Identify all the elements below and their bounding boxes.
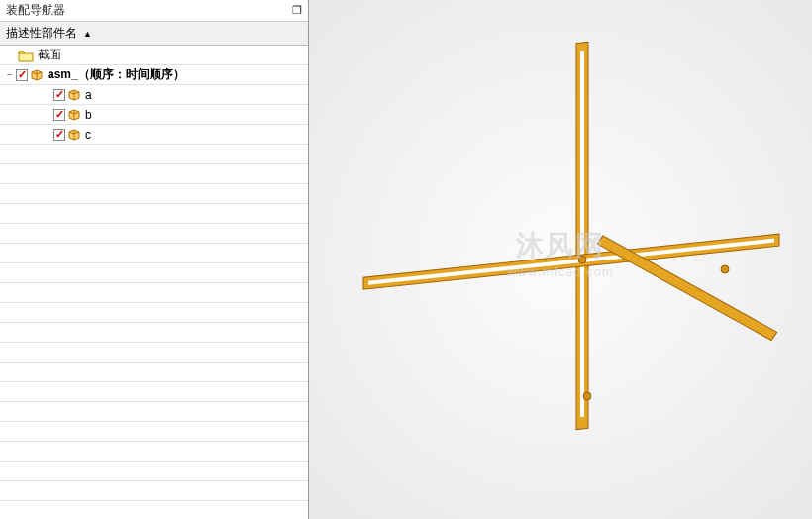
column-header-label: 描述性部件名 [6, 25, 77, 42]
svg-rect-3 [368, 239, 774, 285]
checkbox-part[interactable]: ✓ [53, 129, 65, 141]
svg-point-7 [583, 392, 591, 400]
empty-row [0, 184, 308, 204]
checkbox-part[interactable]: ✓ [53, 109, 65, 121]
svg-point-6 [721, 265, 729, 273]
model-viewport[interactable]: 沐风网 www.mfcad.com [309, 0, 812, 519]
component-icon [67, 128, 81, 142]
empty-row [0, 402, 308, 422]
tree-row-part[interactable]: ✓ b [0, 105, 308, 125]
svg-point-5 [578, 256, 586, 263]
empty-row [0, 145, 308, 164]
model-render [309, 0, 812, 519]
tree-row-assembly[interactable]: − ✓ asm_（顺序：时间顺序） [0, 65, 308, 85]
empty-row [0, 244, 308, 263]
empty-row [0, 481, 308, 501]
component-icon [67, 108, 81, 122]
empty-row [0, 204, 308, 224]
tree-row-part[interactable]: ✓ c [0, 125, 308, 145]
sort-arrow-up-icon: ▲ [83, 29, 92, 39]
checkbox-part[interactable]: ✓ [53, 89, 65, 101]
part-label: c [85, 128, 91, 142]
empty-row [0, 343, 308, 363]
assembly-icon [30, 68, 44, 82]
empty-row [0, 422, 308, 442]
empty-row [0, 263, 308, 283]
empty-row [0, 382, 308, 402]
window-icon[interactable]: ❐ [292, 4, 302, 17]
panel-title: 装配导航器 [6, 2, 65, 19]
svg-rect-1 [580, 51, 584, 417]
expander-minus-icon[interactable]: − [4, 69, 16, 81]
section-label: 截面 [38, 47, 61, 63]
empty-row [0, 164, 308, 184]
column-header[interactable]: 描述性部件名 ▲ [0, 21, 308, 46]
assembly-label: asm_（顺序：时间顺序） [48, 66, 185, 83]
empty-row [0, 224, 308, 244]
assembly-tree: 截面 − ✓ asm_（顺序：时间顺序） ✓ a ✓ b [0, 46, 308, 519]
empty-row [0, 323, 308, 343]
checkbox-assembly[interactable]: ✓ [16, 69, 28, 81]
tree-row-part[interactable]: ✓ a [0, 85, 308, 105]
empty-row [0, 442, 308, 462]
component-icon [67, 88, 81, 102]
panel-title-bar: 装配导航器 ❐ [0, 0, 308, 21]
part-label: b [85, 108, 92, 122]
empty-row [0, 363, 308, 382]
empty-row [0, 462, 308, 481]
empty-row [0, 303, 308, 323]
empty-row [0, 501, 308, 519]
tree-row-section[interactable]: 截面 [0, 46, 308, 65]
empty-row [0, 283, 308, 303]
assembly-navigator-panel: 装配导航器 ❐ 描述性部件名 ▲ 截面 − ✓ asm_（顺序：时间顺序） [0, 0, 309, 519]
folder-icon [18, 49, 34, 62]
part-label: a [85, 88, 92, 102]
